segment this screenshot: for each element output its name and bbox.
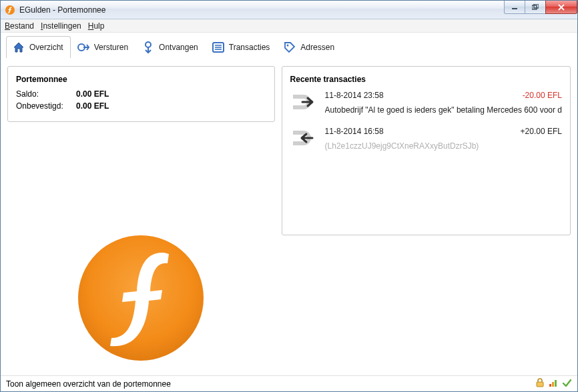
tab-adressen[interactable]: Adressen xyxy=(277,36,342,58)
svg-rect-15 xyxy=(555,380,557,387)
svg-rect-1 xyxy=(512,8,517,9)
wallet-title: Portemonnee xyxy=(16,75,266,84)
tab-overzicht[interactable]: Overzicht xyxy=(6,36,71,58)
svg-point-10 xyxy=(287,45,289,47)
tx-desc: (Lh2e1czzUJ9ejg9CtXneRAXxyButDzrSJb) xyxy=(325,141,562,151)
tab-label: Overzicht xyxy=(29,43,63,52)
right-column: Recente transacties 11-8-2014 23:58 -20.… xyxy=(282,66,571,371)
recent-transactions-panel: Recente transacties 11-8-2014 23:58 -20.… xyxy=(282,66,571,235)
sync-ok-icon[interactable] xyxy=(561,377,572,390)
menu-instellingen[interactable]: Instellingen xyxy=(41,21,81,31)
window-title: EGulden - Portemonnee xyxy=(19,5,105,15)
tab-ontvangen[interactable]: Ontvangen xyxy=(135,36,206,58)
tag-icon xyxy=(283,41,296,54)
tab-transacties[interactable]: Transacties xyxy=(206,36,278,58)
home-icon xyxy=(12,41,25,54)
maximize-button[interactable] xyxy=(525,1,546,14)
close-icon xyxy=(557,4,565,11)
balance-value: 0.00 EFL xyxy=(76,89,109,99)
minimize-icon xyxy=(511,4,518,11)
tx-out-icon xyxy=(290,91,317,113)
menu-bestand[interactable]: Bestand xyxy=(5,21,34,31)
status-text: Toon algemeen overzicht van de portemonn… xyxy=(6,379,171,389)
network-icon[interactable] xyxy=(548,377,559,390)
tx-amount: +20.00 EFL xyxy=(521,127,562,136)
app-icon xyxy=(5,5,15,15)
unconfirmed-label: Onbevestigd: xyxy=(16,101,76,111)
tab-label: Adressen xyxy=(300,43,334,52)
maximize-icon xyxy=(532,4,539,11)
receive-icon xyxy=(141,41,155,54)
left-column: Portemonnee Saldo: 0.00 EFL Onbevestigd:… xyxy=(7,66,275,371)
toolbar: Overzicht Versturen Ontvangen Transactie… xyxy=(1,33,577,58)
balance-label: Saldo: xyxy=(16,89,76,99)
wallet-unconfirmed-row: Onbevestigd: 0.00 EFL xyxy=(16,101,266,111)
window-controls xyxy=(505,1,577,14)
tx-date: 11-8-2014 23:58 xyxy=(325,91,384,100)
lock-icon[interactable] xyxy=(535,377,545,390)
list-icon xyxy=(212,41,225,54)
svg-rect-14 xyxy=(552,382,554,387)
wallet-balance-row: Saldo: 0.00 EFL xyxy=(16,89,266,99)
close-button[interactable] xyxy=(545,1,577,14)
app-window: EGulden - Portemonnee Bestand Instelling… xyxy=(0,0,578,392)
status-icons xyxy=(535,377,572,390)
tab-label: Transacties xyxy=(229,43,270,52)
svg-rect-12 xyxy=(537,382,543,387)
tx-desc: Autobedrijf "Al te goed is ieders gek" b… xyxy=(325,105,562,115)
send-icon xyxy=(77,41,90,54)
transaction-row[interactable]: 11-8-2014 16:58 +20.00 EFL (Lh2e1czzUJ9e… xyxy=(290,127,562,151)
brand-logo xyxy=(7,122,275,371)
wallet-panel: Portemonnee Saldo: 0.00 EFL Onbevestigd:… xyxy=(7,66,275,122)
tx-amount: -20.00 EFL xyxy=(523,91,562,100)
tx-in-icon xyxy=(290,127,317,149)
tx-date: 11-8-2014 16:58 xyxy=(325,127,384,136)
tab-label: Versturen xyxy=(94,43,128,52)
titlebar[interactable]: EGulden - Portemonnee xyxy=(1,1,577,19)
content-area: Portemonnee Saldo: 0.00 EFL Onbevestigd:… xyxy=(1,58,577,375)
menubar: Bestand Instellingen Hulp xyxy=(1,19,577,33)
statusbar: Toon algemeen overzicht van de portemonn… xyxy=(1,375,577,391)
minimize-button[interactable] xyxy=(504,1,525,14)
tab-versturen[interactable]: Versturen xyxy=(71,36,135,58)
transaction-row[interactable]: 11-8-2014 23:58 -20.00 EFL Autobedrijf "… xyxy=(290,91,562,115)
menu-hulp[interactable]: Hulp xyxy=(88,21,105,31)
svg-rect-13 xyxy=(549,384,551,387)
tab-label: Ontvangen xyxy=(159,43,198,52)
recent-title: Recente transacties xyxy=(290,75,562,84)
svg-point-5 xyxy=(146,42,151,47)
unconfirmed-value: 0.00 EFL xyxy=(76,101,109,111)
